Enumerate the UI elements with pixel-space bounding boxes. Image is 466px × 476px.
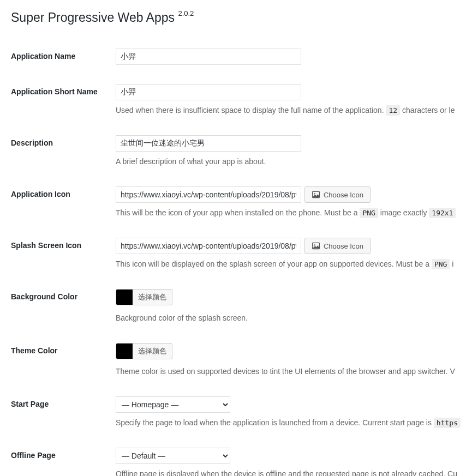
- description-input[interactable]: [116, 135, 301, 152]
- label-app-name: Application Name: [11, 40, 116, 76]
- offline-page-select[interactable]: — Default —: [116, 448, 230, 464]
- help-theme-color: Theme color is used on supported devices…: [116, 366, 461, 377]
- label-offline-page: Offline Page: [11, 439, 116, 476]
- code-size: 192x1: [429, 208, 456, 218]
- version-badge: 2.0.2: [178, 9, 194, 17]
- help-start-page: Specify the page to load when the applic…: [116, 417, 461, 429]
- app-name-input[interactable]: [116, 49, 301, 65]
- background-color-picker[interactable]: 选择颜色: [116, 289, 172, 305]
- splash-icon-input[interactable]: [116, 238, 301, 254]
- choose-icon-label-splash: Choose Icon: [324, 242, 363, 250]
- image-icon: [312, 242, 320, 250]
- theme-color-swatch: [116, 344, 133, 359]
- label-start-page: Start Page: [11, 388, 116, 439]
- label-theme-color: Theme Color: [11, 335, 116, 389]
- page-title-text: Super Progressive Web Apps: [11, 10, 175, 25]
- label-app-short-name: Application Short Name: [11, 76, 116, 127]
- label-splash-icon: Splash Screen Icon: [11, 230, 116, 281]
- svg-point-3: [314, 244, 315, 245]
- background-color-swatch: [116, 290, 133, 305]
- code-png-splash: PNG: [432, 259, 450, 269]
- label-description: Description: [11, 127, 116, 178]
- help-splash-icon: This icon will be displayed on the splas…: [116, 258, 461, 270]
- page-title: Super Progressive Web Apps 2.0.2: [11, 5, 466, 27]
- help-offline-page: Offline page is displayed when the devic…: [116, 468, 461, 476]
- choose-icon-button-splash[interactable]: Choose Icon: [304, 238, 371, 254]
- app-short-name-input[interactable]: [116, 84, 301, 100]
- theme-color-picker[interactable]: 选择颜色: [116, 343, 172, 359]
- choose-icon-label: Choose Icon: [324, 191, 363, 199]
- theme-color-label: 选择颜色: [133, 346, 172, 356]
- start-page-select[interactable]: — Homepage —: [116, 396, 230, 413]
- choose-icon-button-app[interactable]: Choose Icon: [304, 186, 371, 203]
- code-png: PNG: [360, 208, 378, 218]
- help-app-icon: This will be the icon of your app when i…: [116, 207, 461, 219]
- code-start-url: https: [434, 418, 461, 428]
- help-app-short-name: Used when there is insufficient space to…: [116, 105, 461, 116]
- code-char-limit: 12: [386, 105, 400, 116]
- label-app-icon: Application Icon: [11, 178, 116, 230]
- app-icon-input[interactable]: [116, 186, 301, 203]
- label-background-color: Background Color: [11, 281, 116, 335]
- help-description: A brief description of what your app is …: [116, 156, 461, 167]
- image-icon: [312, 190, 320, 199]
- svg-point-1: [314, 193, 315, 194]
- background-color-label: 选择颜色: [133, 292, 172, 302]
- help-background-color: Background color of the splash screen.: [116, 312, 461, 324]
